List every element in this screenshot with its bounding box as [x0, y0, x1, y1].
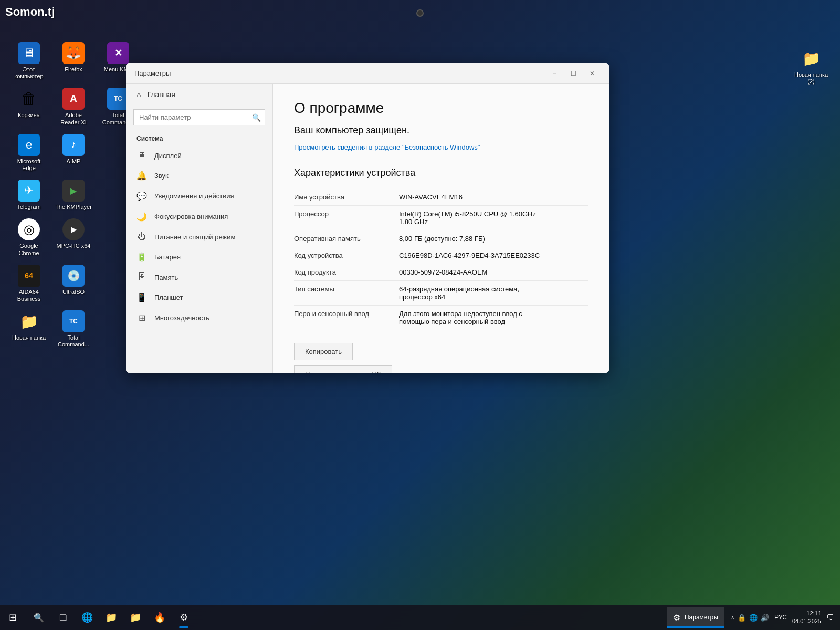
- sidebar-item-memory[interactable]: 🗄 Память: [126, 267, 272, 287]
- spec-label-deviceid: Код устройства: [294, 247, 399, 264]
- firefox-label: Firefox: [55, 66, 92, 73]
- desktop-icon-right-folder[interactable]: 📁 Новая папка (2): [793, 47, 830, 85]
- battery-icon: 🔋: [136, 252, 147, 262]
- search-input[interactable]: [133, 109, 265, 125]
- protection-status: Ваш компьютер защищен.: [294, 125, 588, 136]
- desktop-icon-edge[interactable]: e Microsoft Edge: [10, 134, 47, 172]
- kmplayer-icon: ▶: [62, 180, 85, 202]
- window-controls: − ☐ ✕: [546, 66, 601, 81]
- ultraiso-label: UltraISO: [55, 289, 92, 296]
- ultraiso-icon: 💿: [62, 265, 85, 287]
- sidebar-item-multitask[interactable]: ⊞ Многозадачность: [126, 308, 272, 328]
- security-link[interactable]: Просмотреть сведения в разделе "Безопасн…: [294, 142, 588, 153]
- sidebar-item-power[interactable]: ⏻ Питание и спящий режим: [126, 227, 272, 247]
- telegram-label: Telegram: [10, 204, 47, 211]
- edge-label: Microsoft Edge: [10, 158, 47, 172]
- desktop-icon-ultraiso[interactable]: 💿 UltraISO: [55, 265, 92, 302]
- desktop-icon-aimp[interactable]: ♪ AIMP: [55, 134, 92, 172]
- taskbar-tray-icons: ∧ 🔒 🌐 🔊: [731, 614, 769, 622]
- sidebar-search: 🔍: [133, 109, 265, 125]
- rename-pc-button[interactable]: Переименовать этот ПК: [294, 365, 392, 373]
- firefox-icon: 🦊: [62, 42, 85, 64]
- sidebar-item-tablet[interactable]: 📱 Планшет: [126, 287, 272, 308]
- taskbar-active-window[interactable]: ⚙ Параметры: [667, 607, 724, 628]
- adobe-icon: A: [62, 88, 85, 110]
- spec-label-ram: Оперативная память: [294, 230, 399, 247]
- spec-value-deviceid: C196E98D-1AC6-4297-9ED4-3A715EE0233C: [399, 247, 588, 264]
- tray-network-icon: 🌐: [749, 614, 758, 622]
- taskbar-explorer[interactable]: 📁: [100, 606, 123, 629]
- focus-label: Фокусировка внимания: [154, 213, 228, 220]
- desktop-icon-aida[interactable]: 64 AIDA64 Business: [10, 265, 47, 302]
- tray-arrow-icon[interactable]: ∧: [731, 615, 734, 621]
- desktop: Somon.tj 🖥 Этот компьютер 🦊 Firefox ✕ Me…: [0, 0, 840, 630]
- spec-label-devicename: Имя устройства: [294, 189, 399, 206]
- notification-icon[interactable]: 🗨: [826, 613, 834, 622]
- icon-row-5: ◎ Google Chrome ▶ MPC-HC x64: [10, 218, 136, 256]
- settings-window: Параметры − ☐ ✕ ⌂ Главная 🔍 Система: [126, 63, 609, 373]
- spec-value-ram: 8,00 ГБ (доступно: 7,88 ГБ): [399, 230, 588, 247]
- icon-row-3: e Microsoft Edge ♪ AIMP: [10, 134, 136, 172]
- sidebar-item-sound[interactable]: 🔔 Звук: [126, 165, 272, 186]
- taskbar: ⊞ 🔍 ❑ 🌐 📁 📁 🔥 ⚙ ⚙ Параметры ∧ 🔒 🌐 🔊 РУС: [0, 605, 840, 630]
- spec-row-productid: Код продукта 00330-50972-08424-AAOEM: [294, 264, 588, 280]
- start-button[interactable]: ⊞: [0, 605, 25, 630]
- totalcmd2-label: Total Command...: [55, 334, 92, 348]
- desktop-icon-newfolder[interactable]: 📁 Новая папка: [10, 310, 47, 348]
- sidebar-item-display[interactable]: 🖥 Дисплей: [126, 145, 272, 165]
- spec-value-devicename: WIN-AVACVE4FM16: [399, 189, 588, 206]
- spec-row-devicename: Имя устройства WIN-AVACVE4FM16: [294, 189, 588, 206]
- active-window-icon: ⚙: [673, 613, 680, 623]
- taskbar-language[interactable]: РУС: [774, 614, 787, 621]
- sidebar-home-item[interactable]: ⌂ Главная: [126, 84, 272, 105]
- menukmp-icon: ✕: [107, 42, 129, 64]
- desktop-icon-kmplayer[interactable]: ▶ The KMPlayer: [55, 180, 92, 211]
- spec-row-systype: Тип системы 64-разрядная операционная си…: [294, 280, 588, 305]
- newfolder-icon: 📁: [18, 310, 40, 332]
- display-label: Дисплей: [154, 152, 182, 160]
- desktop-icons-container: 🖥 Этот компьютер 🦊 Firefox ✕ Menu KMP 🗑 …: [10, 42, 136, 348]
- multitask-label: Многозадачность: [154, 314, 209, 322]
- spec-label-pen: Перо и сенсорный ввод: [294, 305, 399, 330]
- minimize-button[interactable]: −: [546, 66, 563, 81]
- taskbar-settings[interactable]: ⚙: [172, 606, 195, 629]
- desktop-icon-recycle[interactable]: 🗑 Корзина: [10, 88, 47, 125]
- sidebar-section-title: Система: [126, 130, 272, 145]
- spec-row-processor: Процессор Intel(R) Core(TM) i5-8250U CPU…: [294, 205, 588, 230]
- taskbar-firefox[interactable]: 🔥: [148, 606, 171, 629]
- chrome-label: Google Chrome: [10, 243, 47, 256]
- tablet-label: Планшет: [154, 293, 183, 301]
- desktop-icon-computer[interactable]: 🖥 Этот компьютер: [10, 42, 47, 80]
- maximize-button[interactable]: ☐: [565, 66, 582, 81]
- display-icon: 🖥: [136, 151, 147, 160]
- aida-label: AIDA64 Business: [10, 289, 47, 302]
- sidebar-item-battery[interactable]: 🔋 Батарея: [126, 247, 272, 267]
- desktop-icon-firefox[interactable]: 🦊 Firefox: [55, 42, 92, 80]
- desktop-icon-adobe[interactable]: A Adobe Reader XI: [55, 88, 92, 125]
- totalcmd2-icon: TC: [62, 310, 85, 332]
- desktop-icon-mpc[interactable]: ▶ MPC-HC x64: [55, 218, 92, 256]
- aida-icon: 64: [18, 265, 40, 287]
- recycle-label: Корзина: [10, 112, 47, 119]
- desktop-icon-telegram[interactable]: ✈ Telegram: [10, 180, 47, 211]
- taskbar-search[interactable]: 🔍: [27, 606, 50, 629]
- desktop-icon-chrome[interactable]: ◎ Google Chrome: [10, 218, 47, 256]
- multitask-icon: ⊞: [136, 313, 147, 323]
- copy-button[interactable]: Копировать: [294, 343, 353, 360]
- sidebar-item-focus[interactable]: 🌙 Фокусировка внимания: [126, 206, 272, 227]
- spec-row-pen: Перо и сенсорный ввод Для этого монитора…: [294, 305, 588, 330]
- mpc-label: MPC-HC x64: [55, 243, 92, 249]
- watermark: Somon.tj: [5, 5, 55, 19]
- power-label: Питание и спящий режим: [154, 233, 235, 241]
- taskbar-taskview[interactable]: ❑: [51, 606, 75, 629]
- close-button[interactable]: ✕: [584, 66, 601, 81]
- sidebar-item-notifications[interactable]: 💬 Уведомления и действия: [126, 186, 272, 206]
- taskbar-explorer2[interactable]: 📁: [124, 606, 147, 629]
- icon-row-2: 🗑 Корзина A Adobe Reader XI TC Total Com…: [10, 88, 136, 125]
- home-label: Главная: [147, 90, 175, 99]
- desktop-icon-totalcmd2[interactable]: TC Total Command...: [55, 310, 92, 348]
- tray-volume-icon[interactable]: 🔊: [761, 614, 769, 622]
- taskbar-datetime[interactable]: 12:11 04.01.2025: [792, 610, 821, 626]
- taskbar-edge[interactable]: 🌐: [76, 606, 99, 629]
- right-folder-label: Новая папка (2): [793, 71, 830, 85]
